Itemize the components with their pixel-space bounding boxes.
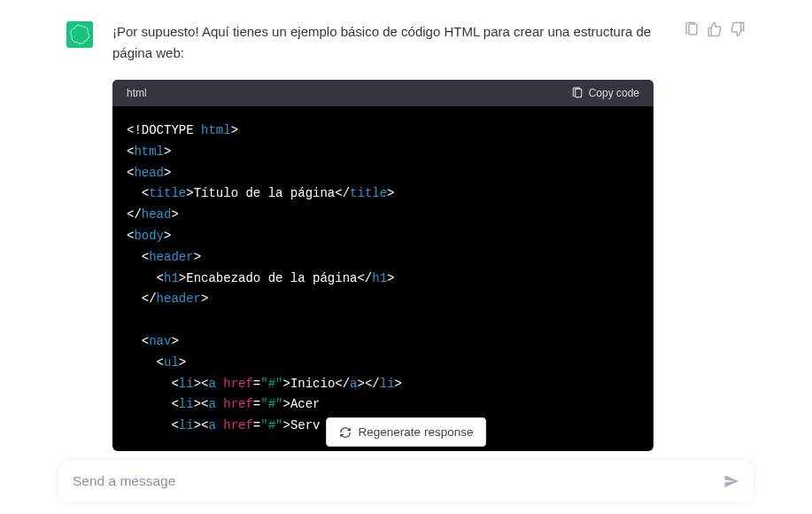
- assistant-avatar: [66, 21, 93, 48]
- refresh-icon: [339, 426, 352, 439]
- regenerate-label: Regenerate response: [359, 425, 474, 439]
- assistant-message-row: ¡Por supuesto! Aquí tienes un ejemplo bá…: [0, 0, 812, 451]
- code-body: <!DOCTYPE html> <html> <head> <title>Tít…: [112, 106, 653, 451]
- send-button[interactable]: [723, 473, 739, 489]
- send-icon: [723, 473, 739, 489]
- svg-rect-1: [689, 24, 697, 35]
- message-text: ¡Por supuesto! Aquí tienes un ejemplo bá…: [112, 21, 653, 64]
- code-language-label: html: [127, 87, 147, 99]
- thumbs-down-icon[interactable]: [730, 21, 746, 37]
- copy-code-label: Copy code: [589, 87, 639, 99]
- thumbs-up-icon[interactable]: [707, 21, 723, 37]
- clipboard-icon: [571, 87, 584, 99]
- message-actions: [684, 21, 746, 37]
- input-bar: [58, 461, 754, 502]
- code-header: html Copy code: [112, 80, 653, 106]
- message-content: ¡Por supuesto! Aquí tienes un ejemplo bá…: [112, 21, 653, 451]
- copy-icon[interactable]: [684, 21, 700, 37]
- message-input[interactable]: [73, 473, 723, 489]
- code-block: html Copy code <!DOCTYPE html> <html> <h…: [112, 80, 653, 451]
- regenerate-button[interactable]: Regenerate response: [326, 417, 487, 447]
- copy-code-button[interactable]: Copy code: [571, 87, 639, 99]
- svg-rect-0: [575, 89, 581, 97]
